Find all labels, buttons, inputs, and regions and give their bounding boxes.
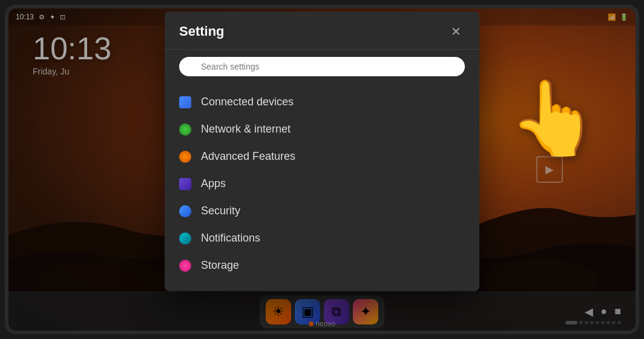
hand-cursor: 👆 (508, 81, 599, 154)
advanced-features-label: Advanced Features (201, 150, 295, 163)
apps-label: Apps (201, 177, 226, 190)
settings-item-notifications[interactable]: Notifications (165, 225, 479, 252)
search-input[interactable] (179, 57, 465, 76)
storage-icon (179, 260, 191, 272)
connected-devices-icon (179, 96, 191, 108)
modal-overlay: 👆 Setting ✕ 🔍 Connected devices (8, 8, 636, 331)
network-internet-icon (179, 123, 191, 136)
close-button[interactable]: ✕ (447, 24, 465, 39)
security-icon (179, 205, 191, 217)
settings-item-apps[interactable]: Apps (165, 170, 479, 197)
apps-icon (179, 178, 191, 190)
settings-modal: Setting ✕ 🔍 Connected devices Network (165, 12, 479, 291)
advanced-features-icon (179, 151, 191, 163)
security-label: Security (201, 205, 240, 217)
settings-item-advanced-features[interactable]: Advanced Features (165, 143, 479, 170)
settings-item-storage[interactable]: Storage (165, 252, 479, 279)
notifications-icon (179, 232, 191, 245)
modal-header: Setting ✕ (165, 12, 479, 50)
notifications-label: Notifications (201, 232, 260, 245)
settings-item-security[interactable]: Security (165, 197, 479, 225)
modal-title: Setting (179, 24, 225, 39)
screen: 10:13 ⚙ ✦ ⊡ 📶 🔋 10:13 Friday, Ju ▶ 👆 Set… (8, 8, 636, 331)
settings-item-network-internet[interactable]: Network & internet (165, 116, 479, 143)
connected-devices-label: Connected devices (201, 96, 294, 108)
network-internet-label: Network & internet (201, 123, 291, 136)
search-container: 🔍 (165, 50, 479, 86)
search-wrapper: 🔍 (179, 57, 465, 76)
storage-label: Storage (201, 259, 239, 272)
settings-item-connected-devices[interactable]: Connected devices (165, 88, 479, 116)
settings-list: Connected devices Network & internet Adv… (165, 86, 479, 291)
